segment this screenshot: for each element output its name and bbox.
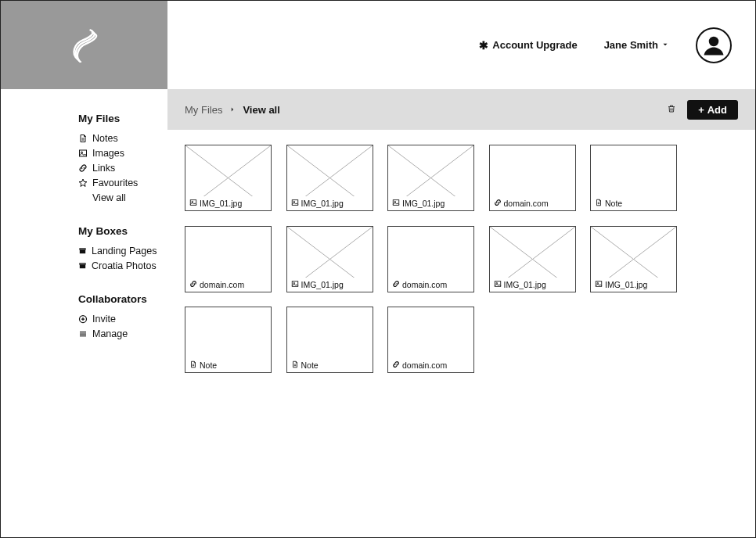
account-upgrade-label: Account Upgrade <box>492 39 577 51</box>
tile-caption: IMG_01.jpg <box>287 278 373 292</box>
tile-label: IMG_01.jpg <box>301 280 344 289</box>
svg-rect-26 <box>495 281 501 286</box>
svg-rect-18 <box>393 200 399 206</box>
sidebar-heading-myfiles: My Files <box>78 113 149 124</box>
file-tile[interactable]: IMG_01.jpg <box>185 145 272 211</box>
tile-label: domain.com <box>504 199 549 208</box>
tile-label: IMG_01.jpg <box>605 280 647 289</box>
file-tile[interactable]: IMG_01.jpg <box>286 145 373 211</box>
sidebar-group-myboxes: My Boxes Landing Pages Croatia Photos <box>78 225 149 273</box>
image-icon <box>291 199 299 208</box>
sidebar-item-label: Images <box>92 148 124 159</box>
image-icon <box>392 199 400 208</box>
plus-circle-icon <box>78 314 88 324</box>
box-icon <box>78 246 87 255</box>
sidebar-item-notes[interactable]: Notes <box>78 131 149 145</box>
actionbar: My Files View all + Add <box>167 89 755 130</box>
avatar[interactable] <box>696 27 732 63</box>
box-icon <box>78 261 87 270</box>
tile-caption: Note <box>287 358 373 372</box>
sidebar-item-invite[interactable]: Invite <box>78 311 149 326</box>
sidebar-heading-collaborators: Collaborators <box>78 293 149 305</box>
tile-caption: domain.com <box>185 278 271 292</box>
tile-label: domain.com <box>402 280 447 289</box>
tile-caption: IMG_01.jpg <box>591 278 676 292</box>
file-tile[interactable]: Note <box>286 307 373 373</box>
sidebar-item-links[interactable]: Links <box>78 160 149 175</box>
sidebar-item-favourites[interactable]: Favourites <box>78 175 149 190</box>
sidebar-item-croatiaphotos[interactable]: Croatia Photos <box>78 258 149 273</box>
user-icon <box>702 34 725 57</box>
tile-caption: domain.com <box>388 278 473 292</box>
tile-label: domain.com <box>402 360 447 370</box>
menu-icon <box>78 329 88 339</box>
sidebar-item-label: Favourites <box>92 178 138 188</box>
logo-area <box>1 1 167 89</box>
image-icon <box>189 199 197 208</box>
logo-icon <box>67 28 102 63</box>
sidebar-item-label: View all <box>92 192 126 203</box>
link-icon <box>78 163 88 173</box>
file-tile[interactable]: IMG_01.jpg <box>286 226 373 292</box>
image-icon <box>291 280 299 289</box>
link-icon <box>189 280 197 289</box>
plus-icon: + <box>698 104 704 116</box>
account-upgrade-link[interactable]: ✱ Account Upgrade <box>479 39 577 52</box>
file-tile[interactable]: domain.com <box>185 226 272 292</box>
file-tile[interactable]: domain.com <box>387 307 474 373</box>
svg-rect-0 <box>80 150 87 156</box>
tile-label: IMG_01.jpg <box>504 280 546 289</box>
tile-label: domain.com <box>200 280 244 289</box>
image-icon <box>494 280 502 289</box>
tile-caption: IMG_01.jpg <box>185 196 271 210</box>
burst-icon: ✱ <box>479 39 488 52</box>
tile-caption: Note <box>185 358 271 372</box>
sidebar: My Files Notes Images <box>1 89 167 537</box>
sidebar-group-collaborators: Collaborators Invite Manage <box>78 293 149 341</box>
sidebar-item-label: Manage <box>92 328 128 339</box>
chevron-down-icon <box>661 39 669 51</box>
note-icon <box>595 199 603 208</box>
svg-rect-10 <box>190 200 196 206</box>
file-tile[interactable]: IMG_01.jpg <box>590 226 677 292</box>
note-icon <box>189 360 197 370</box>
svg-rect-14 <box>292 200 298 206</box>
note-icon <box>291 360 299 370</box>
add-button-label: Add <box>707 104 727 116</box>
tile-caption: IMG_01.jpg <box>490 278 575 292</box>
file-tile[interactable]: domain.com <box>387 226 474 292</box>
link-icon <box>392 280 400 289</box>
sidebar-item-landingpages[interactable]: Landing Pages <box>78 243 149 258</box>
tile-caption: domain.com <box>388 358 473 372</box>
sidebar-item-images[interactable]: Images <box>78 145 149 160</box>
sidebar-heading-myboxes: My Boxes <box>78 225 149 237</box>
file-grid: IMG_01.jpgIMG_01.jpgIMG_01.jpgdomain.com… <box>185 145 738 373</box>
tile-caption: IMG_01.jpg <box>388 196 473 210</box>
user-menu[interactable]: Jane Smith <box>604 39 669 51</box>
tile-label: Note <box>301 360 319 370</box>
sidebar-item-label: Croatia Photos <box>92 260 157 271</box>
breadcrumb-current: View all <box>243 104 279 116</box>
file-tile[interactable]: Note <box>590 145 677 211</box>
file-tile[interactable]: IMG_01.jpg <box>387 145 474 211</box>
tile-label: IMG_01.jpg <box>301 199 344 208</box>
delete-button[interactable] <box>667 104 676 116</box>
file-tile[interactable]: IMG_01.jpg <box>489 226 576 292</box>
tile-caption: Note <box>591 196 676 210</box>
sidebar-item-manage[interactable]: Manage <box>78 326 149 341</box>
sidebar-item-viewall[interactable]: View all <box>78 190 149 205</box>
file-tile[interactable]: domain.com <box>489 145 576 211</box>
file-tile[interactable]: Note <box>185 307 272 373</box>
sidebar-group-myfiles: My Files Notes Images <box>78 113 149 205</box>
add-button[interactable]: + Add <box>687 100 738 120</box>
sidebar-item-label: Invite <box>92 314 116 325</box>
tile-caption: IMG_01.jpg <box>287 196 373 210</box>
svg-rect-22 <box>292 281 298 286</box>
image-icon <box>78 149 88 158</box>
breadcrumb: My Files View all <box>185 104 280 116</box>
link-icon <box>392 360 400 370</box>
chevron-right-icon <box>229 104 236 116</box>
breadcrumb-root[interactable]: My Files <box>185 104 222 116</box>
trash-icon <box>667 104 676 113</box>
sidebar-item-label: Links <box>92 163 115 174</box>
